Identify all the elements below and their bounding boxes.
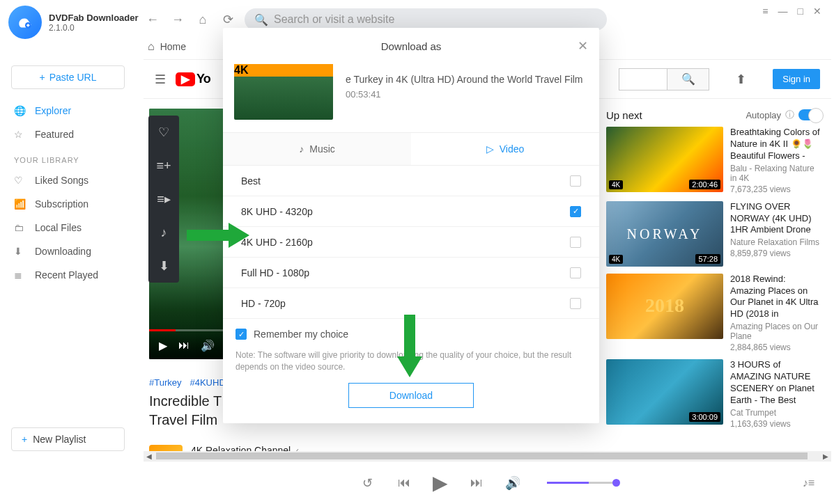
rec-thumbnail: 3:00:09 xyxy=(606,359,723,425)
scroll-left-icon[interactable]: ◀ xyxy=(144,452,155,460)
remember-checkbox[interactable]: ✓ xyxy=(235,329,247,340)
search-icon: 🔍 xyxy=(254,13,268,26)
yt-logo[interactable]: ▶ Yo xyxy=(176,72,210,86)
toolstrip-like-icon[interactable]: ♡ xyxy=(148,116,179,149)
toolstrip-addlist-icon[interactable]: ≡+ xyxy=(148,149,179,182)
rec-views: 7,673,235 views xyxy=(730,184,822,194)
scroll-right-icon[interactable]: ▶ xyxy=(820,452,831,460)
badge-4k: 4K xyxy=(234,64,333,77)
sidebar-item-downloading[interactable]: ⬇ Downloading xyxy=(11,239,125,263)
tab-music[interactable]: ♪ Music xyxy=(223,133,411,165)
rec-title: 3 HOURS of AMAZING NATURE SCENERY on Pla… xyxy=(730,359,822,407)
next-icon[interactable]: ⏭ xyxy=(178,339,190,352)
info-icon[interactable]: ⓘ xyxy=(785,109,794,121)
tab-video[interactable]: ▷ Video xyxy=(411,133,599,165)
globe-icon: 🌐 xyxy=(14,105,26,116)
modal-tabs: ♪ Music ▷ Video xyxy=(223,132,599,166)
volume-icon[interactable]: 🔊 xyxy=(201,339,215,352)
star-icon: ☆ xyxy=(14,129,26,140)
sidebar-item-recent[interactable]: ≣ Recent Played xyxy=(11,263,125,287)
minimize-button[interactable]: — xyxy=(778,6,788,17)
quality-checkbox[interactable]: ✓ xyxy=(570,206,581,217)
recommendation-column: Up next Autoplay ⓘ 2:00:464KBreathtaking… xyxy=(606,109,822,452)
thumb-overlay-text: NORWAY xyxy=(606,226,723,242)
quality-checkbox[interactable] xyxy=(570,298,581,309)
horizontal-scrollbar[interactable]: ◀ ▶ xyxy=(144,451,831,461)
yt-logo-text: Yo xyxy=(196,72,210,86)
prev-track-icon[interactable]: ⏮ xyxy=(395,475,413,490)
nav-reload-button[interactable]: ⟳ xyxy=(219,11,236,28)
next-track-icon[interactable]: ⏭ xyxy=(468,475,486,490)
replay-icon[interactable]: ↺ xyxy=(359,475,377,491)
tab-music-label: Music xyxy=(309,143,335,155)
rec-thumbnail: 2:00:464K xyxy=(606,127,723,192)
home-tab[interactable]: Home xyxy=(160,41,186,52)
menu-icon[interactable]: ≡ xyxy=(762,6,768,17)
tab-video-label: Video xyxy=(500,143,525,155)
upload-icon[interactable]: ⬆ xyxy=(736,72,746,87)
scroll-thumb[interactable] xyxy=(156,452,808,459)
sidebar-item-label: Explorer xyxy=(35,105,71,116)
app-version: 2.1.0.0 xyxy=(49,23,139,33)
hamburger-icon[interactable]: ☰ xyxy=(155,72,166,87)
rec-item[interactable]: 3:00:093 HOURS of AMAZING NATURE SCENERY… xyxy=(606,359,822,429)
play-icon[interactable]: ▶ xyxy=(159,339,167,352)
plus-icon: + xyxy=(22,434,27,445)
speaker-icon[interactable]: 🔊 xyxy=(504,475,522,491)
nav-forward-button[interactable]: → xyxy=(169,11,186,28)
rec-item[interactable]: 57:284KNORWAYFLYING OVER NORWAY (4K UHD)… xyxy=(606,201,822,267)
music-icon: ♪ xyxy=(299,143,304,155)
svg-marker-2 xyxy=(397,315,422,377)
rec-channel: Cat Trumpet xyxy=(730,408,822,418)
quality-option[interactable]: Best xyxy=(223,166,599,196)
preview-duration: 00:53:41 xyxy=(346,89,588,100)
preview-thumbnail: 4K xyxy=(234,64,333,120)
new-playlist-label: New Playlist xyxy=(33,434,86,445)
quality-option[interactable]: 4K UHD - 2160p xyxy=(223,227,599,258)
sidebar-item-featured[interactable]: ☆ Featured xyxy=(11,123,125,146)
yt-search-input[interactable] xyxy=(619,68,667,90)
rec-item[interactable]: 2:00:464KBreathtaking Colors of Nature i… xyxy=(606,127,822,194)
nav-home-button[interactable]: ⌂ xyxy=(194,11,211,28)
autoplay-toggle[interactable] xyxy=(798,109,822,120)
nav-back-button[interactable]: ← xyxy=(144,11,161,28)
sidebar-item-explorer[interactable]: 🌐 Explorer xyxy=(11,99,125,123)
annotation-arrow xyxy=(187,223,249,248)
signin-button[interactable]: Sign in xyxy=(773,69,820,89)
close-button[interactable]: ✕ xyxy=(813,6,821,17)
heart-icon: ♡ xyxy=(14,175,26,186)
sidebar-item-label: Liked Songs xyxy=(35,175,88,186)
maximize-button[interactable]: □ xyxy=(798,6,803,17)
quality-label: Best xyxy=(241,175,261,187)
volume-slider[interactable] xyxy=(547,482,617,484)
tag-link[interactable]: #4KUHD xyxy=(190,377,225,388)
sidebar-item-subscription[interactable]: 📶 Subscription xyxy=(11,192,125,216)
download-button[interactable]: Download xyxy=(348,383,474,408)
quality-checkbox[interactable] xyxy=(570,237,581,248)
home-icon: ⌂ xyxy=(148,40,155,53)
modal-close-icon[interactable]: ✕ xyxy=(578,38,588,54)
play-button[interactable]: ▶ xyxy=(431,471,449,494)
quality-label: HD - 720p xyxy=(241,298,286,309)
paste-url-button[interactable]: + Paste URL xyxy=(11,65,125,89)
toolstrip-playnext-icon[interactable]: ≡▸ xyxy=(148,182,179,216)
new-playlist-button[interactable]: + New Playlist xyxy=(11,427,125,451)
sidebar-item-localfiles[interactable]: 🗀 Local Files xyxy=(11,216,125,239)
rec-item[interactable]: 20182018 Rewind: Amazing Places on Our P… xyxy=(606,274,822,353)
quality-option[interactable]: Full HD - 1080p xyxy=(223,258,599,288)
toolstrip-music-icon[interactable]: ♪ xyxy=(148,216,179,249)
queue-icon[interactable]: ♪≡ xyxy=(803,477,814,489)
sidebar-item-liked[interactable]: ♡ Liked Songs xyxy=(11,168,125,192)
sidebar-item-label: Featured xyxy=(35,129,74,140)
quality-checkbox[interactable] xyxy=(570,267,581,278)
quality-checkbox[interactable] xyxy=(570,175,581,187)
quality-option[interactable]: 8K UHD - 4320p✓ xyxy=(223,196,599,227)
duration-badge: 57:28 xyxy=(695,254,720,264)
yt-search-button[interactable]: 🔍 xyxy=(667,68,709,90)
toolstrip-download-icon[interactable]: ⬇ xyxy=(148,249,179,283)
paste-url-label: Paste URL xyxy=(49,72,97,83)
quality-list[interactable]: Best8K UHD - 4320p✓4K UHD - 2160pFull HD… xyxy=(223,166,599,319)
yt-search: 🔍 xyxy=(619,68,709,90)
tag-link[interactable]: #Turkey xyxy=(149,377,181,388)
rec-thumbnail: 2018 xyxy=(606,274,723,339)
